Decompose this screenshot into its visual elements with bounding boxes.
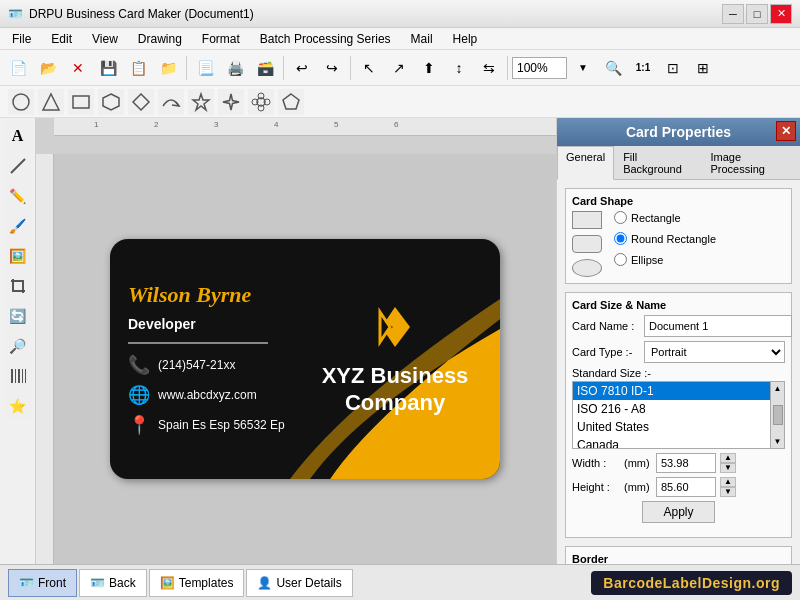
arrow3-button[interactable]: ⬆ — [415, 54, 443, 82]
size-scrollbar[interactable]: ▲ ▼ — [771, 381, 785, 449]
pencil-tool[interactable]: ✏️ — [4, 182, 32, 210]
front-button[interactable]: 🪪 Front — [8, 569, 77, 597]
db-button[interactable]: 🗃️ — [251, 54, 279, 82]
width-spinner[interactable]: ▲ ▼ — [720, 453, 736, 473]
folder-button[interactable]: 📁 — [154, 54, 182, 82]
radio-rect-input[interactable] — [614, 211, 627, 224]
grid-button[interactable]: ⊞ — [689, 54, 717, 82]
card-company-name: XYZ Business Company — [310, 363, 480, 416]
card-type-select[interactable]: Portrait Landscape — [644, 341, 785, 363]
rotate-tool[interactable]: 🔄 — [4, 302, 32, 330]
zoom-out-button[interactable]: 🔍 — [599, 54, 627, 82]
shape-circle[interactable] — [8, 89, 34, 115]
apply-button[interactable]: Apply — [642, 501, 714, 523]
open-button[interactable]: 📂 — [34, 54, 62, 82]
ruler-mark-4: 4 — [274, 120, 278, 129]
width-down[interactable]: ▼ — [720, 463, 736, 473]
canvas-area: 1 2 3 4 5 6 — [36, 118, 556, 564]
close-button[interactable]: ✕ — [770, 4, 792, 24]
height-input[interactable] — [656, 477, 716, 497]
height-up[interactable]: ▲ — [720, 477, 736, 487]
menu-file[interactable]: File — [4, 30, 39, 48]
crop-tool[interactable] — [4, 272, 32, 300]
page-button[interactable]: 📃 — [191, 54, 219, 82]
tab-fill-background[interactable]: Fill Background — [614, 146, 701, 179]
zoom-input[interactable]: 100% — [512, 57, 567, 79]
print-button[interactable]: 🖨️ — [221, 54, 249, 82]
shape-flower[interactable] — [248, 89, 274, 115]
location-icon: 📍 — [128, 414, 150, 436]
text-tool[interactable]: A — [4, 122, 32, 150]
tab-image-processing[interactable]: Image Processing — [701, 146, 800, 179]
size-iso7810[interactable]: ISO 7810 ID-1 — [573, 382, 770, 400]
business-card[interactable]: Wilson Byrne Developer 📞 (214)547-21xx 🌐… — [110, 239, 500, 479]
front-label: Front — [38, 576, 66, 590]
width-up[interactable]: ▲ — [720, 453, 736, 463]
zoom-100-button[interactable]: 1:1 — [629, 54, 657, 82]
width-input[interactable] — [656, 453, 716, 473]
delete-button[interactable]: ✕ — [64, 54, 92, 82]
panel-content: Card Shape Rectangle Round Rectangle — [557, 180, 800, 564]
arrow5-button[interactable]: ⇆ — [475, 54, 503, 82]
menu-mail[interactable]: Mail — [403, 30, 441, 48]
size-us[interactable]: United States — [573, 418, 770, 436]
svg-rect-17 — [22, 369, 23, 383]
radio-round-rectangle[interactable]: Round Rectangle — [614, 232, 716, 245]
shape-star4[interactable] — [218, 89, 244, 115]
menu-drawing[interactable]: Drawing — [130, 30, 190, 48]
height-spinner[interactable]: ▲ ▼ — [720, 477, 736, 497]
new-button[interactable]: 📄 — [4, 54, 32, 82]
scroll-down[interactable]: ▼ — [774, 437, 782, 446]
arrow2-button[interactable]: ↗ — [385, 54, 413, 82]
menu-view[interactable]: View — [84, 30, 126, 48]
zoom-dropdown[interactable]: ▼ — [569, 54, 597, 82]
redo-button[interactable]: ↪ — [318, 54, 346, 82]
shape-arrow[interactable] — [158, 89, 184, 115]
brush-tool[interactable]: 🖌️ — [4, 212, 32, 240]
shape-triangle[interactable] — [38, 89, 64, 115]
arrow-button[interactable]: ↖ — [355, 54, 383, 82]
zoom-fit-button[interactable]: ⊡ — [659, 54, 687, 82]
menu-batch[interactable]: Batch Processing Series — [252, 30, 399, 48]
zoom-box: 100% ▼ — [512, 54, 597, 82]
radio-rectangle[interactable]: Rectangle — [614, 211, 716, 224]
minimize-button[interactable]: ─ — [722, 4, 744, 24]
star-tool[interactable]: ⭐ — [4, 392, 32, 420]
height-down[interactable]: ▼ — [720, 487, 736, 497]
globe-icon: 🌐 — [128, 384, 150, 406]
menu-help[interactable]: Help — [445, 30, 486, 48]
arrow4-button[interactable]: ↕ — [445, 54, 473, 82]
line-tool[interactable] — [4, 152, 32, 180]
save-button[interactable]: 💾 — [94, 54, 122, 82]
shape-rectangle[interactable] — [68, 89, 94, 115]
svg-marker-19 — [380, 312, 390, 342]
shape-pentagon[interactable] — [278, 89, 304, 115]
save-as-button[interactable]: 📋 — [124, 54, 152, 82]
website-text: www.abcdxyz.com — [158, 388, 257, 402]
scroll-up[interactable]: ▲ — [774, 384, 782, 393]
phone-icon: 📞 — [128, 354, 150, 376]
shape-star[interactable] — [188, 89, 214, 115]
menu-edit[interactable]: Edit — [43, 30, 80, 48]
shape-diamond[interactable] — [128, 89, 154, 115]
zoom-tool[interactable]: 🔎 — [4, 332, 32, 360]
panel-close-button[interactable]: ✕ — [776, 121, 796, 141]
card-name-input[interactable] — [644, 315, 792, 337]
barcode-tool[interactable] — [4, 362, 32, 390]
image-tool[interactable]: 🖼️ — [4, 242, 32, 270]
std-size-list[interactable]: ISO 7810 ID-1 ISO 216 - A8 United States… — [572, 381, 771, 449]
templates-button[interactable]: 🖼️ Templates — [149, 569, 245, 597]
maximize-button[interactable]: □ — [746, 4, 768, 24]
size-canada[interactable]: Canada — [573, 436, 770, 449]
shape-hexagon[interactable] — [98, 89, 124, 115]
radio-ellipse[interactable]: Ellipse — [614, 253, 716, 266]
user-details-button[interactable]: 👤 User Details — [246, 569, 352, 597]
size-iso216[interactable]: ISO 216 - A8 — [573, 400, 770, 418]
undo-button[interactable]: ↩ — [288, 54, 316, 82]
back-button[interactable]: 🪪 Back — [79, 569, 147, 597]
tab-general[interactable]: General — [557, 146, 614, 180]
radio-ellipse-input[interactable] — [614, 253, 627, 266]
titlebar: 🪪 DRPU Business Card Maker (Document1) ─… — [0, 0, 800, 28]
menu-format[interactable]: Format — [194, 30, 248, 48]
radio-rrect-input[interactable] — [614, 232, 627, 245]
